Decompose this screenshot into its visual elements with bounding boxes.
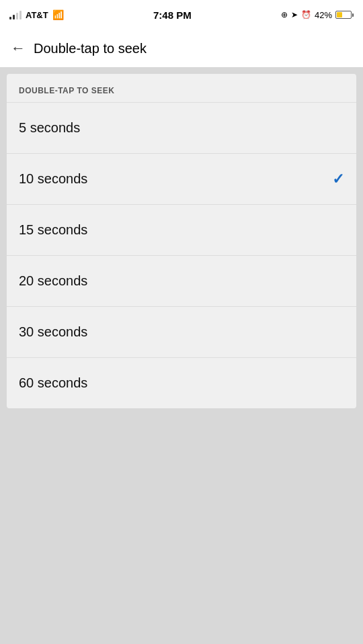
navigation-icon: ➤: [291, 10, 298, 19]
page-header: ← Double-tap to seek: [0, 30, 363, 67]
battery-percent: 42%: [315, 10, 332, 20]
location-icon: ⊕: [281, 10, 288, 19]
option-15s-label: 15 seconds: [19, 222, 87, 238]
alarm-icon: ⏰: [301, 10, 311, 19]
battery-tip: [352, 13, 354, 17]
signal-bar-4: [19, 11, 22, 19]
option-60s-label: 60 seconds: [19, 375, 87, 391]
status-bar: AT&T 📶 7:48 PM ⊕ ➤ ⏰ 42%: [0, 0, 363, 30]
page-title: Double-tap to seek: [34, 41, 147, 56]
signal-bar-3: [16, 13, 18, 19]
options-list-container: DOUBLE-TAP TO SEEK 5 seconds ✓ 10 second…: [7, 74, 356, 408]
battery-fill: [337, 12, 342, 17]
signal-bars: [9, 10, 22, 19]
option-20s[interactable]: 20 seconds ✓: [7, 255, 356, 306]
battery-body: [335, 11, 352, 19]
option-10s-label: 10 seconds: [19, 171, 87, 187]
option-30s[interactable]: 30 seconds ✓: [7, 306, 356, 357]
option-20s-label: 20 seconds: [19, 273, 87, 289]
option-5s[interactable]: 5 seconds ✓: [7, 102, 356, 153]
section-heading: DOUBLE-TAP TO SEEK: [7, 74, 356, 102]
back-button[interactable]: ←: [11, 41, 26, 56]
status-left: AT&T 📶: [9, 9, 64, 20]
status-right: ⊕ ➤ ⏰ 42%: [281, 10, 354, 20]
option-10s[interactable]: 10 seconds ✓: [7, 153, 356, 204]
signal-bar-1: [9, 17, 11, 19]
option-5s-label: 5 seconds: [19, 120, 80, 136]
option-10s-checkmark: ✓: [332, 171, 344, 188]
wifi-icon: 📶: [52, 9, 64, 20]
time-display: 7:48 PM: [153, 9, 192, 21]
option-15s[interactable]: 15 seconds ✓: [7, 204, 356, 255]
signal-bar-2: [13, 15, 15, 19]
battery-icon: [335, 11, 354, 19]
option-30s-label: 30 seconds: [19, 324, 87, 340]
option-60s[interactable]: 60 seconds ✓: [7, 357, 356, 408]
carrier-label: AT&T: [26, 10, 48, 20]
